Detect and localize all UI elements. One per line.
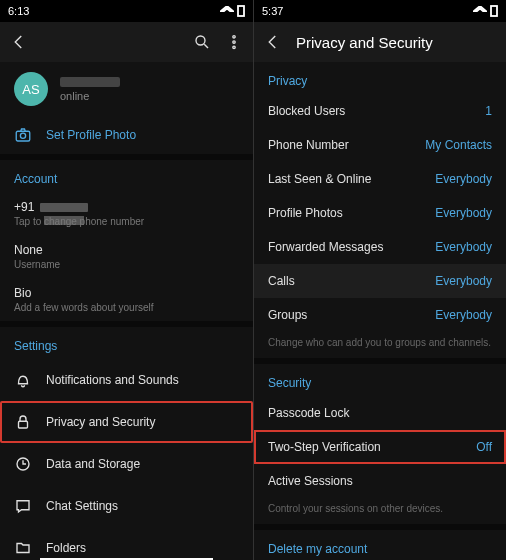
page-title: Privacy and Security xyxy=(296,34,433,51)
top-bar xyxy=(0,22,253,62)
phone-row[interactable]: +91 Tap to change phone number xyxy=(0,192,253,235)
set-photo-label: Set Profile Photo xyxy=(46,128,136,142)
svg-rect-7 xyxy=(19,421,28,428)
svg-point-1 xyxy=(196,36,205,45)
row-two-step[interactable]: Two-Step VerificationOff xyxy=(254,430,506,464)
data-icon xyxy=(14,455,32,473)
row-blocked-users[interactable]: Blocked Users1 xyxy=(254,94,506,128)
profile-header: AS online xyxy=(0,62,253,116)
settings-item-folders[interactable]: Folders xyxy=(0,527,253,560)
status-icons xyxy=(220,5,245,17)
svg-point-2 xyxy=(233,36,235,38)
search-icon[interactable] xyxy=(193,33,211,51)
chat-icon xyxy=(14,497,32,515)
row-forwarded[interactable]: Forwarded MessagesEverybody xyxy=(254,230,506,264)
settings-item-data[interactable]: Data and Storage xyxy=(0,443,253,485)
status-time: 5:37 xyxy=(262,5,283,17)
privacy-header: Privacy xyxy=(254,62,506,94)
status-time: 6:13 xyxy=(8,5,29,17)
more-icon[interactable] xyxy=(225,33,243,51)
row-passcode[interactable]: Passcode Lock xyxy=(254,396,506,430)
security-hint: Control your sessions on other devices. xyxy=(254,498,506,524)
svg-point-3 xyxy=(233,41,235,43)
set-profile-photo[interactable]: Set Profile Photo xyxy=(0,116,253,154)
status-icons xyxy=(473,5,498,17)
settings-item-chat[interactable]: Chat Settings xyxy=(0,485,253,527)
profile-status: online xyxy=(60,90,120,102)
settings-screen: 6:13 AS online Set Profile Photo Account… xyxy=(0,0,253,560)
profile-name-redacted xyxy=(60,77,120,87)
account-header: Account xyxy=(0,160,253,192)
privacy-hint: Change who can add you to groups and cha… xyxy=(254,332,506,358)
svg-rect-13 xyxy=(491,6,497,16)
lock-icon xyxy=(14,413,32,431)
folder-icon xyxy=(14,539,32,557)
top-bar: Privacy and Security xyxy=(254,22,506,62)
back-icon[interactable] xyxy=(10,33,28,51)
row-active-sessions[interactable]: Active Sessions xyxy=(254,464,506,498)
svg-point-4 xyxy=(233,46,235,48)
settings-header: Settings xyxy=(0,327,253,359)
settings-item-notifications[interactable]: Notifications and Sounds xyxy=(0,359,253,401)
avatar[interactable]: AS xyxy=(14,72,48,106)
bio-row[interactable]: Bio Add a few words about yourself xyxy=(0,278,253,321)
security-header: Security xyxy=(254,364,506,396)
svg-point-6 xyxy=(20,133,25,138)
settings-item-privacy[interactable]: Privacy and Security xyxy=(0,401,253,443)
row-calls[interactable]: CallsEverybody xyxy=(254,264,506,298)
camera-icon xyxy=(14,126,32,144)
row-phone-number[interactable]: Phone NumberMy Contacts xyxy=(254,128,506,162)
status-bar: 5:37 xyxy=(254,0,506,22)
row-groups[interactable]: GroupsEverybody xyxy=(254,298,506,332)
svg-rect-0 xyxy=(238,6,244,16)
row-profile-photos[interactable]: Profile PhotosEverybody xyxy=(254,196,506,230)
delete-header: Delete my account xyxy=(254,530,506,560)
privacy-screen: 5:37 Privacy and Security Privacy Blocke… xyxy=(253,0,506,560)
status-bar: 6:13 xyxy=(0,0,253,22)
username-row[interactable]: None Username xyxy=(0,235,253,278)
bell-icon xyxy=(14,371,32,389)
row-last-seen[interactable]: Last Seen & OnlineEverybody xyxy=(254,162,506,196)
back-icon[interactable] xyxy=(264,33,282,51)
